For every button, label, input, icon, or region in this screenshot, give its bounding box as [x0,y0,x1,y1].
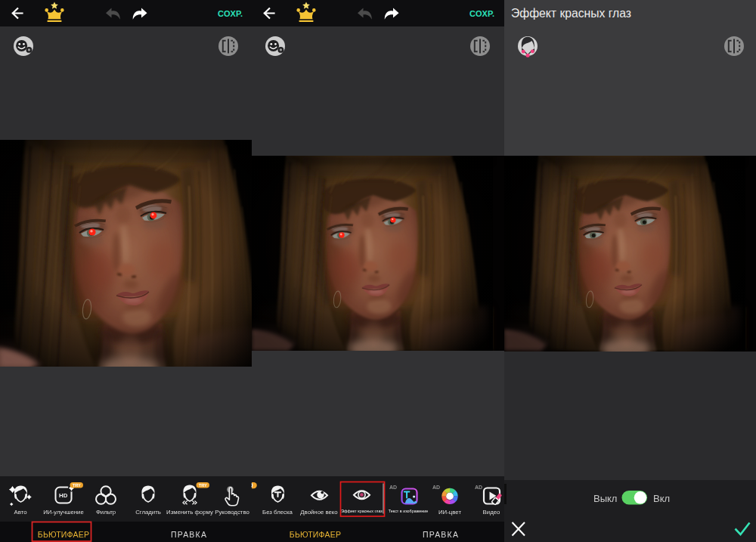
svg-text:TRY: TRY [199,483,207,488]
svg-text:TRY: TRY [73,483,81,488]
svg-text:HD: HD [59,492,68,499]
